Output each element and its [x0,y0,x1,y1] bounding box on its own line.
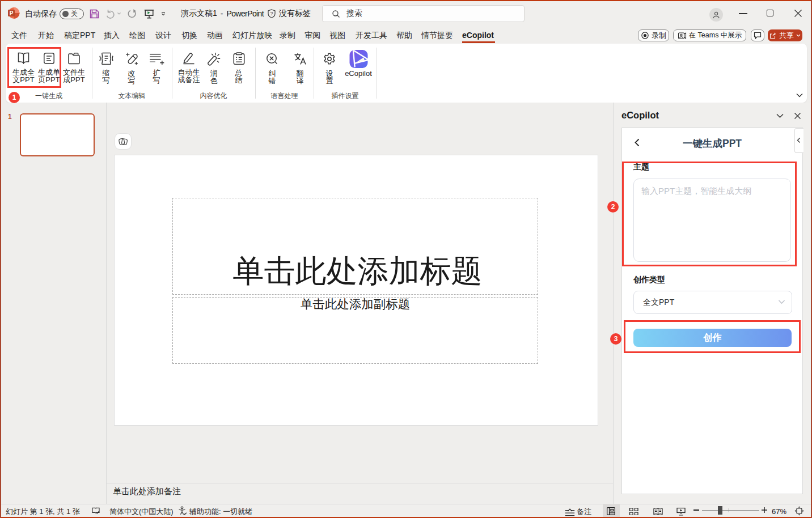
svg-text:?: ? [270,11,273,16]
svg-text:P: P [10,10,14,16]
